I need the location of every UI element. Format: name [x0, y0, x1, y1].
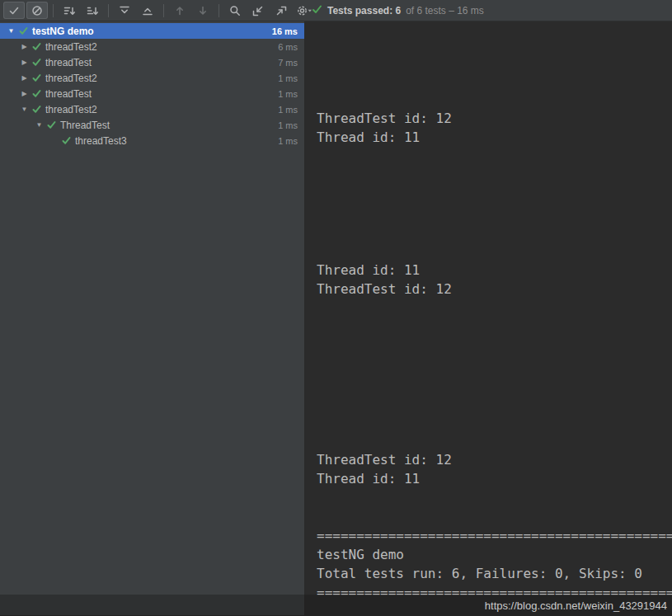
- toolbar-separator: [108, 4, 109, 17]
- expand-arrow-icon[interactable]: ▶: [18, 74, 31, 82]
- test-name: testNG demo: [32, 26, 94, 37]
- test-duration: 6 ms: [278, 42, 304, 52]
- expand-arrow-icon[interactable]: ▶: [18, 43, 31, 50]
- toolbar-separator: [163, 4, 164, 17]
- test-passed-icon: [31, 42, 43, 51]
- watermark-bar: https://blog.csdn.net/weixin_43291944: [0, 595, 672, 616]
- test-runner-toolbar: Tests passed: 6 of 6 tests – 16 ms: [0, 0, 672, 21]
- sort-ascending-icon: [63, 4, 76, 17]
- expand-arrow-icon[interactable]: ▼: [18, 106, 31, 113]
- test-passed-icon: [31, 73, 43, 82]
- test-duration: 1 ms: [278, 136, 304, 146]
- test-name: threadTest2: [45, 104, 97, 115]
- test-duration: 16 ms: [272, 26, 304, 36]
- test-passed-icon: [31, 58, 43, 67]
- no-entry-icon: [31, 4, 44, 17]
- test-duration: 1 ms: [278, 105, 304, 115]
- test-passed-icon: [31, 89, 43, 98]
- test-duration: 7 ms: [278, 58, 304, 68]
- status-check-icon: [312, 4, 322, 17]
- test-tree-row[interactable]: ▶ threadTest2 1 ms: [0, 70, 304, 86]
- watermark-url: https://blog.csdn.net/weixin_43291944: [485, 600, 667, 612]
- test-passed-icon: [17, 26, 30, 35]
- next-occurrence-button[interactable]: [192, 2, 214, 19]
- test-name: threadTest2: [45, 41, 97, 53]
- import-test-results-button[interactable]: [247, 2, 269, 19]
- test-tree-row[interactable]: ▶ threadTest 7 ms: [0, 54, 304, 70]
- expand-arrow-icon[interactable]: ▶: [18, 90, 31, 97]
- export-arrow-icon: [275, 4, 288, 17]
- test-tree-row[interactable]: threadTest3 1 ms: [0, 133, 304, 148]
- magnifier-icon: [228, 4, 242, 17]
- collapse-all-icon: [141, 4, 154, 17]
- console-output-panel[interactable]: ThreadTest id: 12 Thread id: 11 Thread i…: [305, 21, 672, 615]
- expand-arrow-icon[interactable]: ▼: [5, 27, 17, 35]
- expand-arrow-icon[interactable]: ▶: [18, 59, 31, 66]
- show-ignored-button[interactable]: [26, 2, 48, 19]
- sort-by-duration-button[interactable]: [82, 2, 103, 19]
- status-passed-text: Tests passed: 6: [327, 5, 401, 16]
- toolbar-separator: [53, 4, 54, 17]
- previous-occurrence-button[interactable]: [169, 2, 190, 19]
- expand-all-icon: [118, 4, 131, 17]
- check-icon: [7, 4, 21, 17]
- test-tree: ▼ testNG demo 16 ms ▶ threadTest2 6 ms ▶…: [0, 21, 305, 615]
- sort-descending-icon: [86, 4, 99, 17]
- test-duration: 1 ms: [278, 89, 304, 99]
- test-duration: 1 ms: [278, 73, 304, 83]
- test-passed-icon: [31, 105, 43, 114]
- toolbar-separator: [219, 4, 219, 17]
- test-passed-icon: [45, 120, 58, 129]
- test-name: threadTest2: [45, 73, 97, 84]
- expand-arrow-icon[interactable]: ▼: [33, 121, 45, 129]
- test-tree-row[interactable]: ▶ threadTest2 6 ms: [0, 39, 304, 54]
- test-tree-row[interactable]: ▼ threadTest2 1 ms: [0, 101, 304, 117]
- gear-icon: [296, 4, 313, 17]
- test-name: ThreadTest: [60, 120, 110, 131]
- show-passed-button[interactable]: [3, 2, 25, 19]
- test-name: threadTest: [45, 88, 92, 100]
- test-name: threadTest3: [75, 135, 127, 147]
- test-history-button[interactable]: [224, 2, 246, 19]
- test-tree-row-root[interactable]: ▼ testNG demo 16 ms: [0, 23, 304, 39]
- import-arrow-icon: [251, 4, 265, 17]
- status-detail-text: of 6 tests – 16 ms: [406, 5, 484, 16]
- sort-alphabetically-button[interactable]: [59, 2, 80, 19]
- test-passed-icon: [60, 136, 73, 145]
- test-tree-row[interactable]: ▼ ThreadTest 1 ms: [0, 117, 304, 133]
- test-duration: 1 ms: [278, 120, 304, 130]
- expand-all-button[interactable]: [114, 2, 135, 19]
- export-test-results-button[interactable]: [270, 2, 292, 19]
- arrow-up-icon: [173, 4, 186, 17]
- test-name: threadTest: [45, 57, 92, 68]
- test-tree-row[interactable]: ▶ threadTest 1 ms: [0, 86, 304, 101]
- console-output-text: ThreadTest id: 12 Thread id: 11 Thread i…: [305, 21, 672, 602]
- collapse-all-button[interactable]: [137, 2, 158, 19]
- test-status-summary: Tests passed: 6 of 6 tests – 16 ms: [312, 0, 484, 21]
- arrow-down-icon: [196, 4, 209, 17]
- test-runner-panel: ▼ testNG demo 16 ms ▶ threadTest2 6 ms ▶…: [0, 21, 672, 615]
